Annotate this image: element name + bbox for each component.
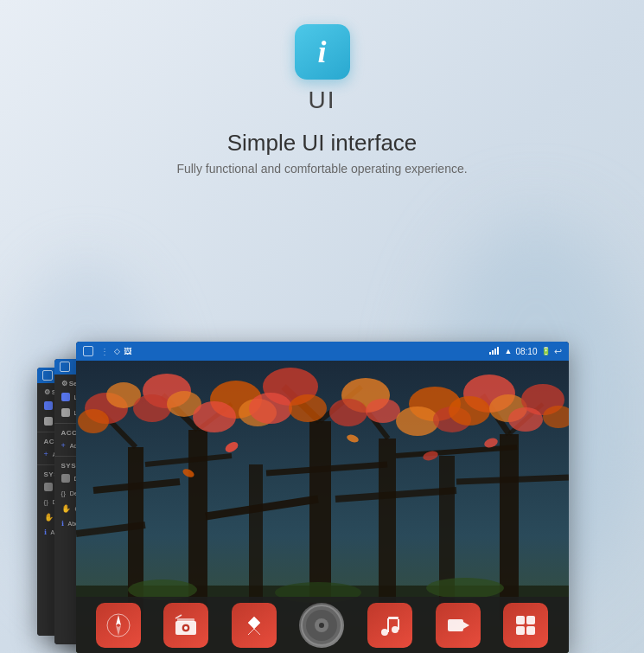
dock-music[interactable]: [367, 603, 412, 648]
svg-marker-76: [116, 615, 121, 625]
home-nav-icon-b1: [60, 362, 70, 372]
svg-rect-26: [500, 434, 519, 620]
dock-phone[interactable]: [299, 603, 344, 648]
dock-radio[interactable]: [163, 603, 208, 648]
svg-rect-95: [526, 616, 535, 624]
svg-rect-89: [388, 617, 399, 619]
time-front: 08:10: [515, 347, 537, 356]
subheadline: Fully functional and comfortable operati…: [0, 162, 644, 176]
status-bar-front: ⋮ ◇ 🖼 ▲ 08:10 🔋 ↩: [76, 342, 569, 361]
dock-bluetooth[interactable]: [232, 603, 277, 648]
svg-point-74: [426, 578, 504, 599]
svg-line-33: [456, 477, 569, 482]
svg-point-50: [193, 401, 236, 432]
svg-point-88: [392, 626, 399, 633]
svg-point-86: [319, 623, 324, 628]
header: i UI Simple UI interface Fully functiona…: [0, 0, 644, 176]
home-nav-icon-front: [83, 346, 93, 356]
svg-rect-97: [526, 626, 535, 635]
app-icon-letter: i: [317, 34, 326, 70]
svg-point-57: [366, 399, 400, 423]
svg-point-62: [449, 396, 490, 426]
svg-rect-94: [516, 616, 525, 624]
svg-point-54: [289, 394, 327, 422]
headline: Simple UI interface: [0, 130, 644, 157]
svg-point-59: [396, 407, 439, 436]
svg-point-53: [249, 393, 292, 424]
svg-point-87: [381, 629, 388, 636]
app-icon: i: [295, 24, 350, 80]
svg-point-80: [184, 626, 188, 630]
bottom-dock: [76, 597, 569, 653]
home-nav-icon: [42, 370, 53, 381]
svg-rect-96: [516, 626, 525, 635]
app-title: UI: [0, 86, 644, 114]
svg-point-56: [329, 399, 367, 426]
svg-rect-81: [177, 618, 194, 622]
screen-front: ⋮ ◇ 🖼 ▲ 08:10 🔋 ↩: [76, 342, 569, 653]
svg-point-47: [133, 394, 171, 422]
svg-rect-92: [448, 619, 463, 631]
front-main: [76, 361, 569, 653]
dock-video[interactable]: [436, 603, 481, 648]
dock-navigation[interactable]: [96, 603, 141, 648]
svg-marker-93: [463, 622, 469, 629]
svg-point-65: [508, 407, 543, 432]
svg-marker-77: [116, 625, 121, 636]
dock-apps-grid[interactable]: [503, 603, 548, 648]
svg-line-82: [175, 615, 182, 618]
back-nav-icon: ↩: [554, 346, 562, 357]
screens-container: ⋮ 🖼 □ ▲ 08:05 🔋 ↩ ⚙ Settings: [20, 281, 625, 653]
svg-point-45: [78, 409, 109, 433]
